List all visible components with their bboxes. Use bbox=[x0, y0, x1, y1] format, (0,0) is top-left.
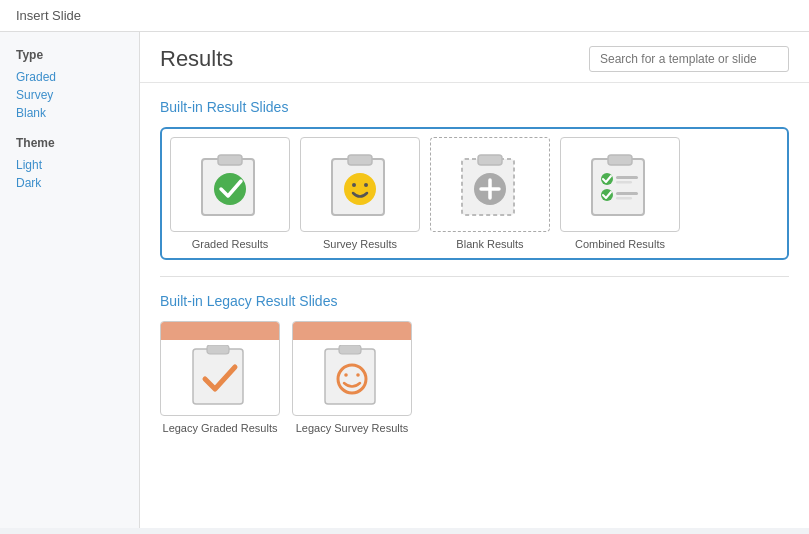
svg-rect-22 bbox=[207, 345, 229, 354]
sidebar-item-blank[interactable]: Blank bbox=[16, 104, 123, 122]
svg-rect-16 bbox=[616, 176, 638, 179]
svg-point-6 bbox=[352, 183, 356, 187]
svg-rect-19 bbox=[616, 192, 638, 195]
slide-card-combined[interactable]: Combined Results bbox=[560, 137, 680, 250]
svg-point-26 bbox=[344, 373, 348, 377]
svg-point-7 bbox=[364, 183, 368, 187]
top-bar: Insert Slide bbox=[0, 0, 809, 32]
builtin-section-title: Built-in Result Slides bbox=[160, 99, 789, 115]
builtin-slides-group: Graded Results bbox=[160, 127, 789, 260]
svg-rect-13 bbox=[592, 159, 644, 215]
svg-rect-1 bbox=[218, 155, 242, 165]
slide-card-legacy-survey[interactable]: Legacy Survey Results bbox=[292, 321, 412, 434]
legacy-slides-row: Legacy Graded Results bbox=[160, 321, 789, 434]
sidebar-item-survey[interactable]: Survey bbox=[16, 86, 123, 104]
insert-slide-label: Insert Slide bbox=[16, 8, 81, 23]
slide-label-survey: Survey Results bbox=[323, 238, 397, 250]
theme-section-title: Theme bbox=[16, 136, 123, 150]
svg-point-5 bbox=[344, 173, 376, 205]
svg-rect-17 bbox=[616, 181, 632, 184]
sidebar-item-graded[interactable]: Graded bbox=[16, 68, 123, 86]
svg-rect-23 bbox=[325, 349, 375, 404]
slide-label-combined: Combined Results bbox=[575, 238, 665, 250]
slide-card-legacy-graded[interactable]: Legacy Graded Results bbox=[160, 321, 280, 434]
slide-label-graded: Graded Results bbox=[192, 238, 268, 250]
search-input[interactable] bbox=[589, 46, 789, 72]
slide-label-blank: Blank Results bbox=[456, 238, 523, 250]
page-title: Results bbox=[160, 46, 233, 72]
slide-card-blank[interactable]: Blank Results bbox=[430, 137, 550, 250]
svg-rect-24 bbox=[339, 345, 361, 354]
content-area: Results Built-in Result Slides bbox=[140, 32, 809, 528]
svg-point-27 bbox=[356, 373, 360, 377]
slide-card-survey[interactable]: Survey Results bbox=[300, 137, 420, 250]
slide-card-graded[interactable]: Graded Results bbox=[170, 137, 290, 250]
svg-rect-20 bbox=[616, 197, 632, 200]
svg-point-2 bbox=[214, 173, 246, 205]
slide-label-legacy-survey: Legacy Survey Results bbox=[296, 422, 409, 434]
slide-label-legacy-graded: Legacy Graded Results bbox=[163, 422, 278, 434]
svg-rect-21 bbox=[193, 349, 243, 404]
sidebar: Type Graded Survey Blank Theme Light Dar… bbox=[0, 32, 140, 528]
svg-rect-4 bbox=[348, 155, 372, 165]
type-section-title: Type bbox=[16, 48, 123, 62]
svg-rect-14 bbox=[608, 155, 632, 165]
svg-rect-9 bbox=[478, 155, 502, 165]
sidebar-item-light[interactable]: Light bbox=[16, 156, 123, 174]
legacy-section-title: Built-in Legacy Result Slides bbox=[160, 293, 789, 309]
sidebar-item-dark[interactable]: Dark bbox=[16, 174, 123, 192]
